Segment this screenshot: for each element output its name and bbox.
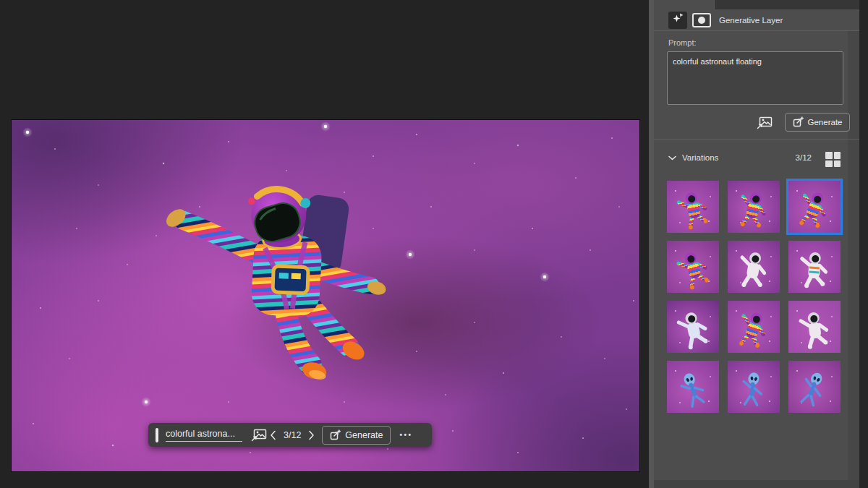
- grid-view-icon[interactable]: [825, 152, 841, 167]
- add-reference-image-icon: [757, 116, 773, 132]
- panel-tab[interactable]: [654, 0, 716, 9]
- section-divider: [654, 139, 859, 140]
- variation-thumbnail[interactable]: [667, 361, 719, 413]
- mask-dot: [698, 17, 705, 24]
- generate-icon: [330, 429, 341, 440]
- variation-thumbnail[interactable]: [788, 361, 841, 413]
- variation-thumbnail[interactable]: [667, 241, 719, 293]
- next-variation-button[interactable]: [307, 429, 316, 442]
- panel-scroll-gutter[interactable]: [848, 0, 859, 488]
- generative-tool-button[interactable]: [668, 12, 687, 29]
- chevron-down-icon: [668, 155, 676, 160]
- variation-thumbnail[interactable]: [728, 301, 780, 353]
- variation-thumbnail[interactable]: [728, 241, 780, 293]
- add-reference-image-button[interactable]: [250, 427, 268, 443]
- variation-thumbnail[interactable]: [788, 241, 841, 293]
- variation-thumbnail[interactable]: [728, 361, 780, 413]
- prompt-input[interactable]: colorful astronaut floating: [667, 51, 843, 105]
- variation-thumbnail[interactable]: [788, 301, 841, 353]
- layer-mask-icon[interactable]: [692, 13, 711, 27]
- chevron-right-icon: [308, 430, 315, 440]
- previous-variation-button[interactable]: [268, 429, 278, 442]
- panel-tabstrip: [654, 0, 859, 9]
- variation-thumbnail[interactable]: [667, 181, 719, 233]
- variations-grid: [667, 181, 841, 413]
- prompt-label: Prompt:: [668, 38, 697, 47]
- variation-thumbnail[interactable]: [788, 181, 841, 233]
- generative-layer-panel: Generative Layer Prompt: colorful astron…: [654, 0, 859, 488]
- generated-image: [12, 120, 639, 471]
- panel-add-reference-image-button[interactable]: [755, 115, 774, 133]
- panel-generate-button[interactable]: Generate: [785, 113, 850, 132]
- taskbar-generate-label: Generate: [345, 430, 383, 440]
- contextual-taskbar[interactable]: colorful astrona... 3/12: [148, 423, 432, 447]
- variations-label: Variations: [682, 153, 718, 162]
- generative-sparkle-icon: [672, 12, 684, 27]
- add-reference-image-icon: [251, 429, 267, 442]
- panel-resize-gutter[interactable]: [649, 0, 654, 488]
- generate-icon: [793, 116, 804, 129]
- panel-header: Generative Layer: [654, 9, 859, 31]
- panel-bottom-strip: [654, 480, 859, 488]
- document-canvas[interactable]: colorful astrona... 3/12: [12, 120, 639, 471]
- variations-header[interactable]: Variations 3/12: [654, 147, 859, 168]
- variations-count: 3/12: [796, 153, 812, 162]
- variation-thumbnail[interactable]: [667, 301, 719, 353]
- taskbar-prompt-field[interactable]: colorful astrona...: [166, 429, 242, 442]
- panel-generate-label: Generate: [808, 118, 843, 127]
- taskbar-drag-handle[interactable]: [156, 428, 158, 442]
- more-options-icon[interactable]: •••: [399, 431, 412, 439]
- variation-thumbnail[interactable]: [728, 181, 780, 233]
- variation-counter: 3/12: [284, 430, 301, 440]
- taskbar-generate-button[interactable]: Generate: [322, 426, 391, 445]
- panel-title: Generative Layer: [719, 16, 783, 25]
- chevron-left-icon: [270, 430, 276, 440]
- workspace-edge: [859, 0, 868, 488]
